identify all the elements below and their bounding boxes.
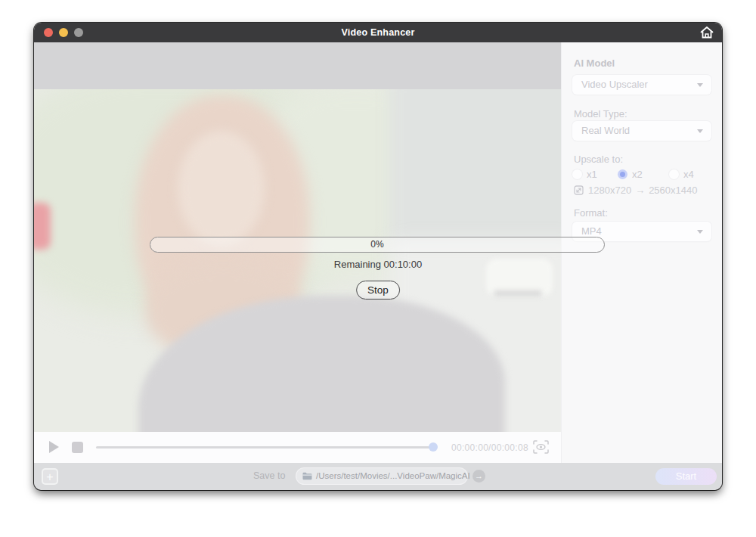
radio-x2-label: x2 <box>632 169 643 180</box>
model-type-value: Real World <box>581 121 630 141</box>
chevron-down-icon <box>697 129 703 133</box>
resolution-info: 1280x720→2560x1440 <box>574 185 697 196</box>
arrow-right-icon: → <box>635 185 645 196</box>
ai-model-label: AI Model <box>574 57 615 69</box>
seek-track <box>96 446 436 449</box>
model-type-label: Model Type: <box>574 108 627 120</box>
window-title: Video Enhancer <box>34 23 722 42</box>
resolution-to: 2560x1440 <box>649 185 697 196</box>
video-blur-shape <box>494 290 542 296</box>
radio-x4-label: x4 <box>683 169 694 180</box>
home-icon[interactable] <box>699 26 714 39</box>
ai-model-dropdown[interactable]: Video Upscaler <box>572 75 711 95</box>
ai-model-value: Video Upscaler <box>581 75 648 95</box>
play-icon[interactable] <box>49 441 59 453</box>
video-preview <box>34 89 561 432</box>
video-preview-panel <box>34 42 561 432</box>
radio-x1[interactable]: x1 <box>572 169 603 180</box>
app-window: Video Enhancer <box>34 23 722 490</box>
model-type-dropdown[interactable]: Real World <box>572 121 711 141</box>
seek-slider[interactable] <box>96 441 436 453</box>
save-path-value: /Users/test/Movies/...VideoPaw/MagicAI <box>316 468 470 484</box>
folder-icon <box>302 472 312 480</box>
upscale-label: Upscale to: <box>574 154 623 165</box>
video-blur-shape <box>389 89 561 256</box>
stop-button[interactable]: Stop <box>356 281 400 300</box>
bottom-bar: + Save to /Users/test/Movies/...VideoPaw… <box>34 463 722 490</box>
radio-circle <box>618 169 627 179</box>
save-to-label: Save to <box>253 470 285 481</box>
radio-circle <box>572 169 582 179</box>
player-bar: 00:00:00/00:00:08 <box>34 432 561 463</box>
stop-square-icon[interactable] <box>72 442 83 453</box>
radio-x2[interactable]: x2 <box>618 169 648 180</box>
title-bar: Video Enhancer <box>34 23 722 42</box>
start-button[interactable]: Start <box>655 468 717 485</box>
playback-time: 00:00:00/00:00:08 <box>451 442 528 453</box>
upscale-options: x1 x2 x4 <box>562 169 722 180</box>
video-blur-shape <box>34 203 51 250</box>
format-label: Format: <box>574 207 608 219</box>
woman-face-blob <box>178 131 265 246</box>
open-folder-arrow-button[interactable]: → <box>472 470 485 483</box>
format-dropdown[interactable]: MP4 <box>572 222 711 241</box>
radio-circle <box>669 169 679 179</box>
chevron-down-icon <box>697 230 703 234</box>
preview-compare-icon[interactable] <box>533 440 549 454</box>
resize-icon <box>574 185 584 195</box>
add-file-button[interactable]: + <box>42 468 58 485</box>
resolution-from: 1280x720 <box>588 185 631 196</box>
seek-thumb[interactable] <box>429 442 438 452</box>
format-value: MP4 <box>581 222 602 241</box>
radio-x1-label: x1 <box>587 169 597 180</box>
settings-sidebar: AI Model Video Upscaler Model Type: Real… <box>561 42 722 463</box>
save-path-field[interactable]: /Users/test/Movies/...VideoPaw/MagicAI <box>296 468 467 484</box>
screen: Video Enhancer <box>0 0 756 537</box>
radio-x4[interactable]: x4 <box>669 169 699 180</box>
chevron-down-icon <box>697 83 703 87</box>
